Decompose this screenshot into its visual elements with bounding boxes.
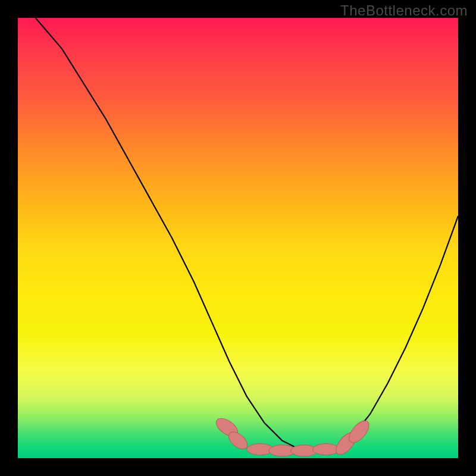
marker-layer [18,18,458,458]
watermark-text: TheBottleneck.com [340,2,468,19]
data-marker [313,444,339,455]
plot-area [18,18,458,458]
chart-frame: TheBottleneck.com [0,0,476,476]
